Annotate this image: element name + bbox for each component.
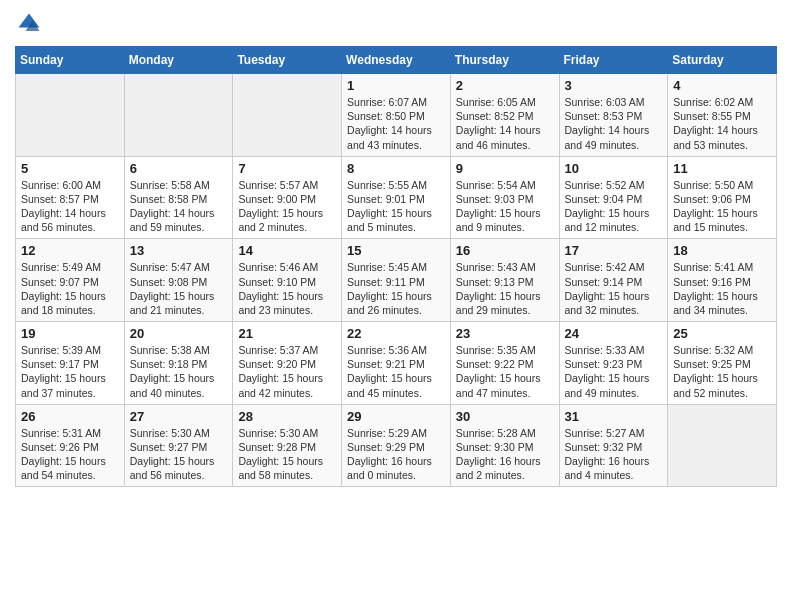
calendar-cell: 19Sunrise: 5:39 AM Sunset: 9:17 PM Dayli… [16,322,125,405]
day-number: 8 [347,161,445,176]
day-info: Sunrise: 6:07 AM Sunset: 8:50 PM Dayligh… [347,95,445,152]
day-number: 14 [238,243,336,258]
day-info: Sunrise: 5:50 AM Sunset: 9:06 PM Dayligh… [673,178,771,235]
day-info: Sunrise: 5:54 AM Sunset: 9:03 PM Dayligh… [456,178,554,235]
day-info: Sunrise: 5:36 AM Sunset: 9:21 PM Dayligh… [347,343,445,400]
day-info: Sunrise: 5:52 AM Sunset: 9:04 PM Dayligh… [565,178,663,235]
calendar-cell: 26Sunrise: 5:31 AM Sunset: 9:26 PM Dayli… [16,404,125,487]
calendar-cell: 18Sunrise: 5:41 AM Sunset: 9:16 PM Dayli… [668,239,777,322]
day-number: 26 [21,409,119,424]
day-number: 21 [238,326,336,341]
calendar-cell: 27Sunrise: 5:30 AM Sunset: 9:27 PM Dayli… [124,404,233,487]
day-info: Sunrise: 5:30 AM Sunset: 9:28 PM Dayligh… [238,426,336,483]
day-number: 29 [347,409,445,424]
day-info: Sunrise: 5:58 AM Sunset: 8:58 PM Dayligh… [130,178,228,235]
day-number: 25 [673,326,771,341]
day-info: Sunrise: 5:38 AM Sunset: 9:18 PM Dayligh… [130,343,228,400]
weekday-header-row: SundayMondayTuesdayWednesdayThursdayFrid… [16,47,777,74]
logo [15,10,47,38]
calendar-cell: 8Sunrise: 5:55 AM Sunset: 9:01 PM Daylig… [342,156,451,239]
day-number: 7 [238,161,336,176]
calendar-cell [124,74,233,157]
calendar-cell: 16Sunrise: 5:43 AM Sunset: 9:13 PM Dayli… [450,239,559,322]
calendar-cell: 24Sunrise: 5:33 AM Sunset: 9:23 PM Dayli… [559,322,668,405]
day-info: Sunrise: 5:33 AM Sunset: 9:23 PM Dayligh… [565,343,663,400]
day-number: 28 [238,409,336,424]
weekday-header-monday: Monday [124,47,233,74]
weekday-header-thursday: Thursday [450,47,559,74]
day-number: 13 [130,243,228,258]
day-number: 4 [673,78,771,93]
day-info: Sunrise: 5:30 AM Sunset: 9:27 PM Dayligh… [130,426,228,483]
day-number: 30 [456,409,554,424]
calendar-cell: 2Sunrise: 6:05 AM Sunset: 8:52 PM Daylig… [450,74,559,157]
day-number: 23 [456,326,554,341]
day-number: 3 [565,78,663,93]
day-number: 15 [347,243,445,258]
day-number: 9 [456,161,554,176]
calendar-cell: 9Sunrise: 5:54 AM Sunset: 9:03 PM Daylig… [450,156,559,239]
calendar-cell: 30Sunrise: 5:28 AM Sunset: 9:30 PM Dayli… [450,404,559,487]
calendar-cell: 3Sunrise: 6:03 AM Sunset: 8:53 PM Daylig… [559,74,668,157]
day-info: Sunrise: 6:05 AM Sunset: 8:52 PM Dayligh… [456,95,554,152]
calendar-cell: 5Sunrise: 6:00 AM Sunset: 8:57 PM Daylig… [16,156,125,239]
day-info: Sunrise: 6:02 AM Sunset: 8:55 PM Dayligh… [673,95,771,152]
calendar-week-4: 19Sunrise: 5:39 AM Sunset: 9:17 PM Dayli… [16,322,777,405]
day-info: Sunrise: 5:41 AM Sunset: 9:16 PM Dayligh… [673,260,771,317]
day-info: Sunrise: 6:00 AM Sunset: 8:57 PM Dayligh… [21,178,119,235]
day-info: Sunrise: 5:43 AM Sunset: 9:13 PM Dayligh… [456,260,554,317]
day-info: Sunrise: 6:03 AM Sunset: 8:53 PM Dayligh… [565,95,663,152]
calendar-cell: 11Sunrise: 5:50 AM Sunset: 9:06 PM Dayli… [668,156,777,239]
calendar-cell: 10Sunrise: 5:52 AM Sunset: 9:04 PM Dayli… [559,156,668,239]
calendar-cell: 4Sunrise: 6:02 AM Sunset: 8:55 PM Daylig… [668,74,777,157]
calendar-cell [16,74,125,157]
calendar-table: SundayMondayTuesdayWednesdayThursdayFrid… [15,46,777,487]
calendar-cell: 28Sunrise: 5:30 AM Sunset: 9:28 PM Dayli… [233,404,342,487]
day-number: 10 [565,161,663,176]
calendar-cell: 23Sunrise: 5:35 AM Sunset: 9:22 PM Dayli… [450,322,559,405]
weekday-header-sunday: Sunday [16,47,125,74]
calendar-cell: 6Sunrise: 5:58 AM Sunset: 8:58 PM Daylig… [124,156,233,239]
weekday-header-tuesday: Tuesday [233,47,342,74]
day-info: Sunrise: 5:49 AM Sunset: 9:07 PM Dayligh… [21,260,119,317]
page-header [15,10,777,38]
day-info: Sunrise: 5:57 AM Sunset: 9:00 PM Dayligh… [238,178,336,235]
day-number: 5 [21,161,119,176]
calendar-cell: 17Sunrise: 5:42 AM Sunset: 9:14 PM Dayli… [559,239,668,322]
day-number: 6 [130,161,228,176]
calendar-cell: 12Sunrise: 5:49 AM Sunset: 9:07 PM Dayli… [16,239,125,322]
day-number: 18 [673,243,771,258]
weekday-header-friday: Friday [559,47,668,74]
calendar-cell: 31Sunrise: 5:27 AM Sunset: 9:32 PM Dayli… [559,404,668,487]
day-number: 11 [673,161,771,176]
day-info: Sunrise: 5:31 AM Sunset: 9:26 PM Dayligh… [21,426,119,483]
day-number: 20 [130,326,228,341]
calendar-cell: 15Sunrise: 5:45 AM Sunset: 9:11 PM Dayli… [342,239,451,322]
calendar-cell: 22Sunrise: 5:36 AM Sunset: 9:21 PM Dayli… [342,322,451,405]
calendar-week-1: 1Sunrise: 6:07 AM Sunset: 8:50 PM Daylig… [16,74,777,157]
day-info: Sunrise: 5:32 AM Sunset: 9:25 PM Dayligh… [673,343,771,400]
logo-icon [15,10,43,38]
calendar-cell [233,74,342,157]
day-number: 31 [565,409,663,424]
day-info: Sunrise: 5:46 AM Sunset: 9:10 PM Dayligh… [238,260,336,317]
calendar-cell: 13Sunrise: 5:47 AM Sunset: 9:08 PM Dayli… [124,239,233,322]
calendar-week-5: 26Sunrise: 5:31 AM Sunset: 9:26 PM Dayli… [16,404,777,487]
calendar-cell: 14Sunrise: 5:46 AM Sunset: 9:10 PM Dayli… [233,239,342,322]
day-info: Sunrise: 5:29 AM Sunset: 9:29 PM Dayligh… [347,426,445,483]
day-number: 22 [347,326,445,341]
day-info: Sunrise: 5:35 AM Sunset: 9:22 PM Dayligh… [456,343,554,400]
day-info: Sunrise: 5:47 AM Sunset: 9:08 PM Dayligh… [130,260,228,317]
day-info: Sunrise: 5:37 AM Sunset: 9:20 PM Dayligh… [238,343,336,400]
day-number: 2 [456,78,554,93]
day-number: 19 [21,326,119,341]
calendar-week-3: 12Sunrise: 5:49 AM Sunset: 9:07 PM Dayli… [16,239,777,322]
day-number: 16 [456,243,554,258]
day-info: Sunrise: 5:55 AM Sunset: 9:01 PM Dayligh… [347,178,445,235]
calendar-cell: 25Sunrise: 5:32 AM Sunset: 9:25 PM Dayli… [668,322,777,405]
weekday-header-wednesday: Wednesday [342,47,451,74]
day-info: Sunrise: 5:28 AM Sunset: 9:30 PM Dayligh… [456,426,554,483]
day-info: Sunrise: 5:42 AM Sunset: 9:14 PM Dayligh… [565,260,663,317]
day-number: 1 [347,78,445,93]
calendar-week-2: 5Sunrise: 6:00 AM Sunset: 8:57 PM Daylig… [16,156,777,239]
